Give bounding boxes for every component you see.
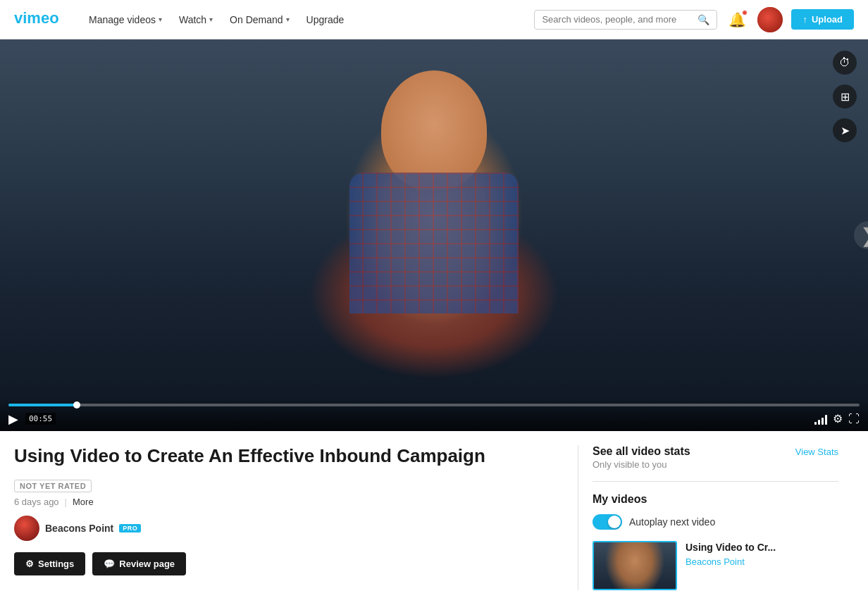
- video-wrapper: ⏱ ⊞ ➤ ❯ ▶ 00:55: [0, 39, 868, 431]
- video-title: Using Video to Create An Effective Inbou…: [14, 445, 485, 467]
- video-background: [0, 39, 868, 431]
- my-videos-title: My videos: [593, 493, 838, 506]
- rec-title: Using Video to Cr...: [686, 541, 838, 554]
- video-title-row: Using Video to Create An Effective Inbou…: [14, 445, 564, 492]
- video-player[interactable]: ⏱ ⊞ ➤ ❯ ▶ 00:55: [0, 39, 868, 431]
- user-avatar[interactable]: [757, 7, 783, 32]
- add-to-collection-button[interactable]: ⊞: [833, 85, 857, 108]
- fullscreen-icon[interactable]: ⛶: [848, 413, 860, 425]
- upload-time: 6 days ago: [14, 497, 59, 507]
- action-buttons: ⚙ Settings 💬 Review page: [14, 552, 564, 575]
- stats-header: See all video stats View Stats: [593, 445, 838, 458]
- toggle-knob: [608, 516, 621, 528]
- search-box[interactable]: 🔍: [534, 10, 717, 30]
- video-sidebar-icons: ⏱ ⊞ ➤: [833, 51, 857, 142]
- autoplay-label: Autoplay next video: [629, 516, 715, 528]
- svg-text:vimeo: vimeo: [14, 10, 59, 27]
- upload-icon: ↑: [802, 14, 807, 25]
- content-row: Using Video to Create An Effective Inbou…: [0, 431, 868, 598]
- nav-upgrade[interactable]: Upgrade: [299, 10, 352, 30]
- author-avatar[interactable]: [14, 516, 39, 541]
- play-button[interactable]: ▶: [8, 413, 18, 425]
- recommended-video[interactable]: Using Video to Cr... Beacons Point: [593, 541, 838, 590]
- search-icon[interactable]: 🔍: [698, 14, 709, 25]
- video-meta: 6 days ago | More: [14, 497, 564, 507]
- content-right: See all video stats View Stats Only visi…: [578, 445, 852, 590]
- rec-thumbnail[interactable]: [593, 541, 677, 590]
- time-display: 00:55: [25, 413, 56, 425]
- settings-icon[interactable]: ⚙: [833, 412, 843, 425]
- person-shirt: [349, 173, 519, 313]
- notifications-button[interactable]: 🔔: [726, 8, 749, 31]
- rec-info: Using Video to Cr... Beacons Point: [686, 541, 838, 567]
- pro-badge: PRO: [119, 524, 141, 532]
- rec-author[interactable]: Beacons Point: [686, 556, 838, 567]
- header-right-area: 🔍 🔔 ↑ Upload: [534, 7, 854, 32]
- stats-title: See all video stats: [593, 445, 690, 458]
- autoplay-toggle[interactable]: [593, 514, 622, 530]
- divider-1: [593, 481, 838, 482]
- settings-button[interactable]: ⚙ Settings: [14, 552, 85, 575]
- volume-indicator: [814, 413, 827, 425]
- search-input[interactable]: [542, 14, 698, 25]
- autoplay-row: Autoplay next video: [593, 514, 838, 530]
- nav-on-demand[interactable]: On Demand ▾: [223, 10, 296, 30]
- controls-row: ▶ 00:55 ⚙ ⛶: [8, 412, 860, 425]
- chevron-down-icon: ▾: [159, 15, 162, 23]
- more-link[interactable]: More: [73, 497, 94, 507]
- nav-manage-videos[interactable]: Manage videos ▾: [82, 10, 169, 30]
- review-icon: 💬: [104, 559, 115, 569]
- author-row: Beacons Point PRO: [14, 516, 564, 541]
- watch-later-button[interactable]: ⏱: [833, 51, 857, 75]
- main-nav: Manage videos ▾ Watch ▾ On Demand ▾ Upgr…: [82, 10, 534, 30]
- notification-dot: [742, 10, 748, 15]
- review-page-button[interactable]: 💬 Review page: [92, 552, 186, 575]
- rating-badge: NOT YET RATED: [14, 480, 92, 492]
- chevron-down-icon: ▾: [209, 15, 213, 23]
- site-logo[interactable]: vimeo: [14, 10, 65, 30]
- site-header: vimeo Manage videos ▾ Watch ▾ On Demand …: [0, 0, 868, 39]
- share-button[interactable]: ➤: [833, 118, 857, 142]
- progress-fill: [8, 404, 77, 406]
- video-controls: ▶ 00:55 ⚙ ⛶: [0, 398, 868, 431]
- settings-gear-icon: ⚙: [25, 559, 34, 569]
- controls-right: ⚙ ⛶: [814, 412, 860, 425]
- progress-thumb[interactable]: [73, 401, 80, 409]
- rec-thumb-inner: [594, 542, 676, 589]
- upload-button[interactable]: ↑ Upload: [791, 9, 854, 30]
- chevron-down-icon: ▾: [286, 15, 290, 23]
- content-left: Using Video to Create An Effective Inbou…: [0, 445, 578, 590]
- progress-bar[interactable]: [8, 404, 860, 406]
- view-stats-link[interactable]: View Stats: [795, 447, 838, 457]
- stats-subtitle: Only visible to you: [593, 459, 838, 470]
- nav-watch[interactable]: Watch ▾: [172, 10, 220, 30]
- author-name: Beacons Point: [45, 523, 113, 534]
